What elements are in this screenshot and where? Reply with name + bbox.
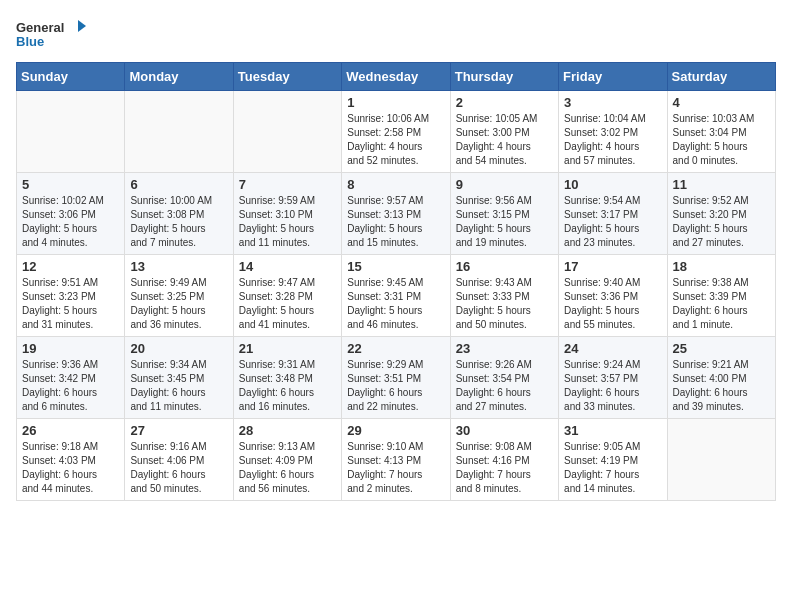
- column-header-sunday: Sunday: [17, 63, 125, 91]
- day-number: 24: [564, 341, 661, 356]
- day-number: 28: [239, 423, 336, 438]
- day-number: 10: [564, 177, 661, 192]
- day-info: Sunrise: 9:26 AM Sunset: 3:54 PM Dayligh…: [456, 358, 553, 414]
- svg-marker-2: [78, 20, 86, 32]
- day-info: Sunrise: 9:24 AM Sunset: 3:57 PM Dayligh…: [564, 358, 661, 414]
- day-number: 29: [347, 423, 444, 438]
- day-info: Sunrise: 9:43 AM Sunset: 3:33 PM Dayligh…: [456, 276, 553, 332]
- calendar-cell: 2Sunrise: 10:05 AM Sunset: 3:00 PM Dayli…: [450, 91, 558, 173]
- day-info: Sunrise: 9:45 AM Sunset: 3:31 PM Dayligh…: [347, 276, 444, 332]
- calendar-cell: 24Sunrise: 9:24 AM Sunset: 3:57 PM Dayli…: [559, 337, 667, 419]
- calendar-cell: 17Sunrise: 9:40 AM Sunset: 3:36 PM Dayli…: [559, 255, 667, 337]
- calendar-cell: 12Sunrise: 9:51 AM Sunset: 3:23 PM Dayli…: [17, 255, 125, 337]
- calendar-cell: [125, 91, 233, 173]
- day-info: Sunrise: 9:40 AM Sunset: 3:36 PM Dayligh…: [564, 276, 661, 332]
- day-number: 22: [347, 341, 444, 356]
- day-number: 12: [22, 259, 119, 274]
- calendar-cell: 13Sunrise: 9:49 AM Sunset: 3:25 PM Dayli…: [125, 255, 233, 337]
- day-info: Sunrise: 9:56 AM Sunset: 3:15 PM Dayligh…: [456, 194, 553, 250]
- day-number: 31: [564, 423, 661, 438]
- calendar-cell: [667, 419, 775, 501]
- day-number: 2: [456, 95, 553, 110]
- day-info: Sunrise: 9:10 AM Sunset: 4:13 PM Dayligh…: [347, 440, 444, 496]
- column-header-saturday: Saturday: [667, 63, 775, 91]
- svg-text:Blue: Blue: [16, 34, 44, 49]
- day-number: 27: [130, 423, 227, 438]
- day-number: 1: [347, 95, 444, 110]
- calendar-week-3: 12Sunrise: 9:51 AM Sunset: 3:23 PM Dayli…: [17, 255, 776, 337]
- calendar-cell: 5Sunrise: 10:02 AM Sunset: 3:06 PM Dayli…: [17, 173, 125, 255]
- day-info: Sunrise: 9:57 AM Sunset: 3:13 PM Dayligh…: [347, 194, 444, 250]
- column-header-friday: Friday: [559, 63, 667, 91]
- day-info: Sunrise: 9:21 AM Sunset: 4:00 PM Dayligh…: [673, 358, 770, 414]
- day-info: Sunrise: 10:00 AM Sunset: 3:08 PM Daylig…: [130, 194, 227, 250]
- day-info: Sunrise: 9:18 AM Sunset: 4:03 PM Dayligh…: [22, 440, 119, 496]
- calendar-week-4: 19Sunrise: 9:36 AM Sunset: 3:42 PM Dayli…: [17, 337, 776, 419]
- day-number: 6: [130, 177, 227, 192]
- calendar-cell: 7Sunrise: 9:59 AM Sunset: 3:10 PM Daylig…: [233, 173, 341, 255]
- day-info: Sunrise: 10:04 AM Sunset: 3:02 PM Daylig…: [564, 112, 661, 168]
- day-info: Sunrise: 9:31 AM Sunset: 3:48 PM Dayligh…: [239, 358, 336, 414]
- calendar-table: SundayMondayTuesdayWednesdayThursdayFrid…: [16, 62, 776, 501]
- day-info: Sunrise: 9:59 AM Sunset: 3:10 PM Dayligh…: [239, 194, 336, 250]
- calendar-cell: 27Sunrise: 9:16 AM Sunset: 4:06 PM Dayli…: [125, 419, 233, 501]
- day-number: 8: [347, 177, 444, 192]
- calendar-week-1: 1Sunrise: 10:06 AM Sunset: 2:58 PM Dayli…: [17, 91, 776, 173]
- day-number: 30: [456, 423, 553, 438]
- day-info: Sunrise: 10:06 AM Sunset: 2:58 PM Daylig…: [347, 112, 444, 168]
- day-number: 14: [239, 259, 336, 274]
- calendar-cell: 15Sunrise: 9:45 AM Sunset: 3:31 PM Dayli…: [342, 255, 450, 337]
- column-header-wednesday: Wednesday: [342, 63, 450, 91]
- day-number: 18: [673, 259, 770, 274]
- day-info: Sunrise: 9:52 AM Sunset: 3:20 PM Dayligh…: [673, 194, 770, 250]
- calendar-week-5: 26Sunrise: 9:18 AM Sunset: 4:03 PM Dayli…: [17, 419, 776, 501]
- calendar-cell: 8Sunrise: 9:57 AM Sunset: 3:13 PM Daylig…: [342, 173, 450, 255]
- calendar-cell: [233, 91, 341, 173]
- day-number: 15: [347, 259, 444, 274]
- calendar-cell: 21Sunrise: 9:31 AM Sunset: 3:48 PM Dayli…: [233, 337, 341, 419]
- calendar-cell: 29Sunrise: 9:10 AM Sunset: 4:13 PM Dayli…: [342, 419, 450, 501]
- calendar-cell: 26Sunrise: 9:18 AM Sunset: 4:03 PM Dayli…: [17, 419, 125, 501]
- page-header: General Blue: [16, 16, 776, 52]
- calendar-cell: 31Sunrise: 9:05 AM Sunset: 4:19 PM Dayli…: [559, 419, 667, 501]
- day-number: 9: [456, 177, 553, 192]
- calendar-cell: 9Sunrise: 9:56 AM Sunset: 3:15 PM Daylig…: [450, 173, 558, 255]
- svg-text:General: General: [16, 20, 64, 35]
- day-info: Sunrise: 9:34 AM Sunset: 3:45 PM Dayligh…: [130, 358, 227, 414]
- calendar-cell: [17, 91, 125, 173]
- calendar-cell: 14Sunrise: 9:47 AM Sunset: 3:28 PM Dayli…: [233, 255, 341, 337]
- day-number: 23: [456, 341, 553, 356]
- day-info: Sunrise: 9:38 AM Sunset: 3:39 PM Dayligh…: [673, 276, 770, 332]
- day-number: 21: [239, 341, 336, 356]
- calendar-cell: 20Sunrise: 9:34 AM Sunset: 3:45 PM Dayli…: [125, 337, 233, 419]
- day-number: 5: [22, 177, 119, 192]
- day-info: Sunrise: 10:03 AM Sunset: 3:04 PM Daylig…: [673, 112, 770, 168]
- day-number: 20: [130, 341, 227, 356]
- calendar-cell: 23Sunrise: 9:26 AM Sunset: 3:54 PM Dayli…: [450, 337, 558, 419]
- column-header-monday: Monday: [125, 63, 233, 91]
- day-info: Sunrise: 9:47 AM Sunset: 3:28 PM Dayligh…: [239, 276, 336, 332]
- day-number: 7: [239, 177, 336, 192]
- day-info: Sunrise: 9:05 AM Sunset: 4:19 PM Dayligh…: [564, 440, 661, 496]
- day-info: Sunrise: 9:49 AM Sunset: 3:25 PM Dayligh…: [130, 276, 227, 332]
- day-number: 25: [673, 341, 770, 356]
- calendar-cell: 6Sunrise: 10:00 AM Sunset: 3:08 PM Dayli…: [125, 173, 233, 255]
- calendar-cell: 28Sunrise: 9:13 AM Sunset: 4:09 PM Dayli…: [233, 419, 341, 501]
- day-info: Sunrise: 9:54 AM Sunset: 3:17 PM Dayligh…: [564, 194, 661, 250]
- day-number: 19: [22, 341, 119, 356]
- day-number: 26: [22, 423, 119, 438]
- calendar-cell: 16Sunrise: 9:43 AM Sunset: 3:33 PM Dayli…: [450, 255, 558, 337]
- calendar-cell: 22Sunrise: 9:29 AM Sunset: 3:51 PM Dayli…: [342, 337, 450, 419]
- column-header-thursday: Thursday: [450, 63, 558, 91]
- day-info: Sunrise: 10:02 AM Sunset: 3:06 PM Daylig…: [22, 194, 119, 250]
- day-number: 3: [564, 95, 661, 110]
- day-info: Sunrise: 9:29 AM Sunset: 3:51 PM Dayligh…: [347, 358, 444, 414]
- day-info: Sunrise: 9:13 AM Sunset: 4:09 PM Dayligh…: [239, 440, 336, 496]
- day-info: Sunrise: 9:51 AM Sunset: 3:23 PM Dayligh…: [22, 276, 119, 332]
- calendar-cell: 4Sunrise: 10:03 AM Sunset: 3:04 PM Dayli…: [667, 91, 775, 173]
- day-info: Sunrise: 9:36 AM Sunset: 3:42 PM Dayligh…: [22, 358, 119, 414]
- calendar-cell: 10Sunrise: 9:54 AM Sunset: 3:17 PM Dayli…: [559, 173, 667, 255]
- calendar-week-2: 5Sunrise: 10:02 AM Sunset: 3:06 PM Dayli…: [17, 173, 776, 255]
- day-info: Sunrise: 9:16 AM Sunset: 4:06 PM Dayligh…: [130, 440, 227, 496]
- calendar-cell: 30Sunrise: 9:08 AM Sunset: 4:16 PM Dayli…: [450, 419, 558, 501]
